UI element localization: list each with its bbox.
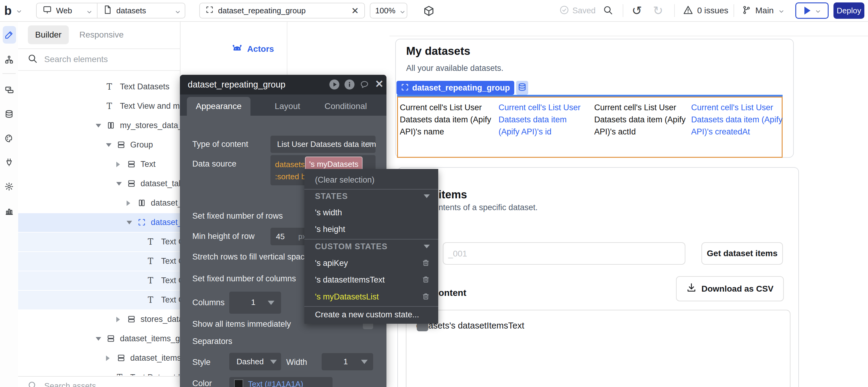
dropdown-item--clear-selection-[interactable]: (Clear selection) [304, 172, 438, 188]
tree-item-dataset-ta-[interactable]: dataset_ta... [18, 194, 181, 213]
dropdown-section-states[interactable]: STATES [304, 188, 438, 204]
chevron-down-icon [778, 8, 783, 13]
dropdown-item--s-datasetitemstext[interactable]: 's datasetItemsText [304, 272, 438, 288]
edit-pencil-icon[interactable] [4, 30, 13, 39]
plugins-icon[interactable] [4, 158, 13, 167]
separator-color-value: Text (#1A1A1A) [248, 380, 303, 387]
tree-item-dataset-re-[interactable]: dataset_re... [18, 213, 181, 232]
app-menu[interactable]: b [4, 3, 21, 18]
cell-expression-text[interactable]: Current cell's List User Datasets data i… [400, 101, 497, 138]
issues-indicator[interactable]: 0 issues [683, 5, 728, 17]
tree-item-text-cu-[interactable]: TText Cu... [18, 232, 181, 251]
element-tab[interactable]: dataset_repeating_group ✕ [199, 3, 365, 19]
tree-item-text-cu-[interactable]: TText Cu... [18, 271, 181, 290]
data-source-chip[interactable] [516, 81, 528, 95]
tree-item-text-view-and-mana-[interactable]: TText View and mana... [18, 97, 181, 116]
dropdown-item--s-height[interactable]: 's height [304, 221, 438, 237]
branch-selector[interactable]: Main [742, 5, 783, 17]
popup-tab-conditional[interactable]: Conditional [313, 97, 378, 116]
panel-tab-responsive[interactable]: Responsive [72, 26, 131, 44]
deploy-button[interactable]: Deploy [834, 2, 864, 19]
tree-item-text-dataset-id[interactable]: TText Dataset ID [18, 368, 181, 376]
database-icon[interactable] [4, 109, 13, 119]
cell-expression-text[interactable]: Current cell's List User Datasets data i… [691, 101, 787, 138]
expand-arrow-icon[interactable] [116, 182, 122, 186]
redo-icon[interactable]: ↻ [653, 4, 663, 18]
state-picker-dropdown: (Clear selection)STATES's width's height… [304, 169, 438, 324]
comment-icon[interactable] [359, 79, 369, 90]
tree-item-my-stores-data-table[interactable]: my_stores_data_table [18, 116, 181, 135]
tree-item-dataset-items-group[interactable]: dataset_items_group [18, 329, 181, 348]
separator-color-picker[interactable]: Text (#1A1A1A) [229, 377, 333, 387]
components-icon[interactable] [4, 85, 13, 94]
search-elements-row[interactable]: Search elements [18, 49, 181, 70]
collapse-arrow-icon[interactable] [106, 355, 110, 361]
dropdown-item-create-a-new-custom-state-[interactable]: Create a new custom state... [304, 307, 438, 323]
left-icon-rail [0, 21, 19, 387]
charts-icon[interactable] [4, 206, 13, 216]
dropdown-item--s-width[interactable]: 's width [304, 205, 438, 221]
expand-arrow-icon[interactable] [106, 143, 112, 147]
cell-expression-text[interactable]: Current cell's List User Datasets data i… [594, 101, 687, 138]
element-tree-icon[interactable] [4, 55, 13, 64]
download-csv-button[interactable]: Download as CSV [676, 276, 784, 301]
dropdown-item--s-mydatasetslist[interactable]: 's myDatasetsList [304, 289, 438, 304]
selected-element-chip[interactable]: dataset_repeating_group [397, 81, 528, 95]
expand-arrow-icon[interactable] [96, 124, 101, 128]
tree-item-dataset-items-title[interactable]: dataset_items_title [18, 349, 181, 367]
close-icon[interactable]: ✕ [351, 5, 359, 16]
expand-arrow-icon[interactable] [127, 221, 132, 224]
dropdown-label: Create a new custom state... [315, 310, 419, 320]
trash-icon[interactable] [422, 276, 430, 286]
dropdown-item--s-apikey[interactable]: 's apiKey [304, 255, 438, 271]
search-icon[interactable] [603, 5, 613, 17]
tree-item-text[interactable]: Text [18, 155, 181, 174]
cell-expression-text[interactable]: Current cell's List User Datasets data i… [498, 101, 589, 138]
tree-item-dataset-table-[interactable]: dataset_table... [18, 174, 181, 193]
dataset-id-input[interactable]: _001 [443, 242, 685, 265]
tree-item-text-cu-[interactable]: TText Cu... [18, 252, 181, 271]
undo-icon[interactable]: ↺ [632, 4, 642, 18]
collapse-arrow-icon[interactable] [116, 317, 120, 322]
page-selector[interactable]: datasets [97, 3, 185, 18]
trash-icon[interactable] [422, 292, 430, 302]
expand-arrow-icon[interactable] [96, 337, 101, 341]
element-tree-panel: BuilderResponsive Search elements TText … [18, 21, 181, 387]
popup-header[interactable]: dataset_repeating_group ✕ [180, 75, 386, 95]
tree-item-label: Group [130, 140, 153, 150]
collapse-arrow-icon[interactable] [127, 200, 130, 206]
play-circle-icon[interactable] [329, 79, 340, 91]
separator-style-select[interactable]: Dashed [229, 353, 281, 370]
design-palette-icon[interactable] [4, 134, 13, 143]
tree-item-text-datasets[interactable]: TText Datasets [18, 77, 181, 96]
panel-tab-builder[interactable]: Builder [28, 26, 69, 44]
settings-gear-icon[interactable] [4, 182, 13, 191]
type-of-content-select[interactable]: List User Datasets data item [271, 136, 376, 153]
get-dataset-items-button[interactable]: Get dataset items [702, 242, 783, 265]
get-dataset-items-label: Get dataset items [707, 249, 777, 258]
collapse-arrow-icon[interactable] [116, 162, 120, 167]
dataset-id-placeholder-fragment: _001 [448, 249, 467, 259]
device-selector[interactable]: Web [37, 3, 97, 18]
actors-label: Actors [247, 44, 274, 54]
popup-tab-bar: AppearanceLayoutConditional [180, 95, 386, 116]
columns-select[interactable]: 1 [229, 292, 281, 314]
chevron-down-icon [815, 8, 819, 13]
close-icon[interactable]: ✕ [375, 78, 384, 90]
trash-icon[interactable] [422, 259, 430, 269]
tree-item-group[interactable]: Group [18, 136, 181, 155]
separator-width-select[interactable]: 1 [322, 353, 373, 370]
branch-label: Main [755, 6, 774, 15]
preview-button[interactable] [795, 2, 829, 19]
set-fixed-rows-label: Set fixed number of rows [192, 212, 283, 221]
info-icon[interactable] [344, 79, 355, 91]
zoom-selector[interactable]: 100% [370, 3, 407, 19]
component-library-icon[interactable] [424, 5, 434, 18]
tree-item-text-cu-[interactable]: TText Cu... [18, 291, 181, 310]
search-assets-row[interactable]: Search assets [18, 376, 181, 387]
popup-tab-layout[interactable]: Layout [259, 97, 316, 116]
dropdown-section-custom-states[interactable]: CUSTOM STATES [304, 238, 438, 254]
popup-tab-appearance[interactable]: Appearance [187, 97, 250, 116]
tree-item-stores-data-b-[interactable]: stores_data_b... [18, 310, 181, 329]
actors-nav-item[interactable]: Actors [231, 43, 274, 55]
